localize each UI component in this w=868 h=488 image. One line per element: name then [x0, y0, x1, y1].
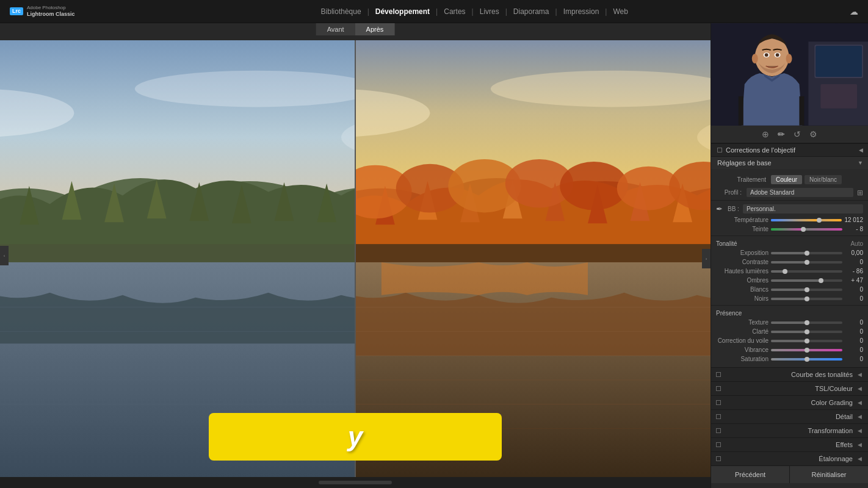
svg-rect-50: [820, 84, 857, 109]
tsl-couleur-title: TSL/Couleur: [725, 385, 853, 392]
nav-item-web[interactable]: Web: [607, 7, 634, 16]
cloud-icon[interactable]: ☁: [850, 7, 858, 16]
hautes-lumieres-label: Hautes lumières: [716, 268, 769, 274]
ombres-track[interactable]: [771, 279, 842, 282]
bb-label: BB :: [728, 206, 739, 212]
teinte-label: Teinte: [716, 226, 769, 232]
logo-text: Adobe Photoshop Lightroom Classic: [27, 5, 75, 17]
corrections-objectif-section[interactable]: Corrections de l'objectif ◀: [711, 143, 868, 156]
texture-thumb[interactable]: [805, 320, 809, 325]
temperature-thumb[interactable]: [817, 218, 822, 223]
texture-track[interactable]: [771, 321, 842, 324]
contraste-thumb[interactable]: [805, 260, 809, 265]
tsl-couleur-section[interactable]: TSL/Couleur ◀: [711, 381, 868, 395]
apres-tab[interactable]: Après: [355, 23, 395, 35]
effets-section[interactable]: Effets ◀: [711, 437, 868, 451]
scroll-bar[interactable]: [319, 481, 392, 484]
couleur-btn[interactable]: Couleur: [771, 175, 802, 184]
color-grading-toggle: [716, 400, 721, 405]
courbe-toggle: [716, 372, 721, 377]
before-image-panel: [0, 40, 356, 477]
noir-btn[interactable]: Noir/blanc: [805, 175, 842, 184]
hautes-thumb[interactable]: [783, 269, 787, 274]
nav-item-bibliotheque[interactable]: Bibliothèque: [315, 7, 367, 16]
color-grading-section[interactable]: Color Grading ◀: [711, 395, 868, 409]
tsl-toggle: [716, 386, 721, 391]
webcam-area: [711, 23, 868, 126]
transformation-section[interactable]: Transformation ◀: [711, 423, 868, 437]
teinte-slider-row: Teinte - 8: [711, 224, 868, 234]
temperature-track[interactable]: [771, 219, 842, 221]
webcam-bg: [711, 23, 868, 126]
vibrance-track[interactable]: [771, 349, 842, 351]
eyedropper-icon[interactable]: ✒: [716, 204, 723, 214]
clarte-value: 0: [845, 328, 863, 335]
saturation-thumb[interactable]: [805, 357, 809, 362]
noirs-value: 0: [845, 295, 863, 302]
svg-point-45: [765, 53, 769, 57]
contraste-track[interactable]: [771, 261, 842, 264]
detail-section[interactable]: Détail ◀: [711, 409, 868, 423]
courbe-tonalites-section[interactable]: Courbe des tonalités ◀: [711, 367, 868, 381]
image-area: ›: [0, 40, 711, 477]
correction-voile-track[interactable]: [771, 340, 842, 342]
vibrance-thumb[interactable]: [805, 348, 809, 353]
left-panel-toggle[interactable]: ‹: [0, 246, 9, 265]
clarte-track[interactable]: [771, 331, 842, 333]
precedent-btn[interactable]: Précédent: [711, 466, 790, 483]
correction-voile-value: 0: [845, 337, 863, 344]
etalonnage-section[interactable]: Étalonnage ◀: [711, 451, 868, 465]
reinitialiser-btn[interactable]: Réinitialiser: [790, 466, 868, 483]
svg-rect-49: [816, 46, 862, 77]
reglages-base-section[interactable]: Réglages de base ▼: [711, 156, 868, 169]
blancs-label: Blancs: [716, 286, 769, 293]
history-icon[interactable]: ↺: [794, 129, 801, 139]
texture-label: Texture: [716, 319, 769, 326]
ombres-thumb[interactable]: [819, 278, 823, 283]
blancs-track[interactable]: [771, 289, 842, 291]
reglages-base-title: Réglages de base: [717, 159, 772, 167]
after-image-panel: [356, 40, 711, 477]
correction-voile-thumb[interactable]: [805, 339, 809, 343]
center-panel: ‹ Avant Après: [0, 23, 711, 488]
saturation-slider-row: Saturation 0: [711, 354, 868, 364]
saturation-track[interactable]: [771, 358, 842, 361]
grid-icon[interactable]: ⊞: [857, 188, 863, 197]
nav-item-cartes[interactable]: Cartes: [438, 7, 471, 16]
hautes-lumieres-slider-row: Hautes lumières - 86: [711, 267, 868, 276]
bb-value[interactable]: Personnal.: [743, 204, 863, 214]
clarte-label: Clarté: [716, 328, 769, 335]
teinte-track[interactable]: [771, 228, 842, 231]
contraste-label: Contraste: [716, 259, 769, 265]
noirs-track[interactable]: [771, 298, 842, 300]
avant-tab[interactable]: Avant: [316, 23, 355, 35]
exposition-thumb[interactable]: [805, 251, 809, 256]
correction-voile-slider-row: Correction du voile 0: [711, 336, 868, 345]
settings-icon[interactable]: ⚙: [809, 129, 817, 139]
blancs-thumb[interactable]: [805, 287, 809, 292]
before-after-tabs: Avant Après: [316, 23, 395, 35]
main-content: ‹ Avant Après: [0, 23, 868, 488]
svg-rect-28: [356, 244, 711, 262]
crop-tool-icon[interactable]: ⊕: [762, 129, 769, 139]
nav-item-impression[interactable]: Impression: [557, 7, 606, 16]
right-panel-toggle[interactable]: ›: [702, 249, 711, 268]
clarte-thumb[interactable]: [805, 329, 809, 334]
corrections-objectif-title: Corrections de l'objectif: [726, 146, 795, 154]
teinte-thumb[interactable]: [801, 227, 806, 232]
auto-btn[interactable]: Auto: [850, 240, 863, 247]
noirs-thumb[interactable]: [805, 296, 809, 301]
panel-toolbar: ⊕ ✏ ↺ ⚙: [711, 126, 868, 143]
effets-toggle: [716, 442, 721, 447]
adjustment-brush-icon[interactable]: ✏: [778, 129, 785, 139]
nav-item-developpement[interactable]: Développement: [369, 7, 436, 16]
blancs-value: 0: [845, 286, 863, 293]
profil-value[interactable]: Adobe Standard: [747, 188, 853, 197]
nav-item-diaporama[interactable]: Diaporama: [507, 7, 555, 16]
hautes-track[interactable]: [771, 270, 842, 273]
corrections-objectif-arrow: ◀: [859, 147, 863, 153]
tonalite-header: Tonalité Auto: [711, 238, 868, 248]
exposition-slider-row: Exposition 0,00: [711, 248, 868, 257]
exposition-track[interactable]: [771, 252, 842, 254]
nav-item-livres[interactable]: Livres: [474, 7, 505, 16]
